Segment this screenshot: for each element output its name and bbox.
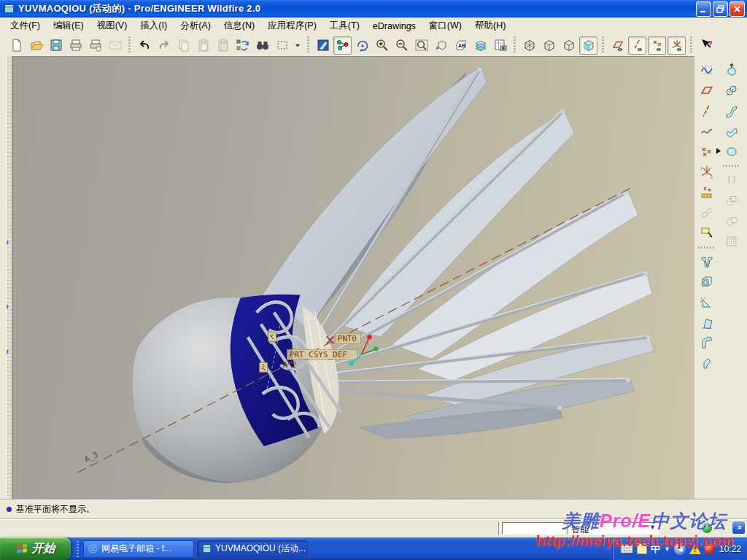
reorient-button[interactable] bbox=[432, 36, 450, 55]
task-mail-button[interactable]: 网易电子邮箱 - t... bbox=[83, 540, 194, 558]
datum-plane-display-button[interactable] bbox=[608, 36, 627, 55]
hole-button[interactable] bbox=[697, 252, 716, 271]
toolbar-separator bbox=[514, 36, 516, 54]
rib-button[interactable] bbox=[697, 293, 716, 312]
sash-chevron-icon[interactable]: › bbox=[6, 238, 9, 246]
datum-point-display-icon bbox=[650, 38, 665, 52]
panel-expand-arrow-icon[interactable] bbox=[716, 148, 721, 154]
chamfer-icon bbox=[700, 357, 714, 371]
sash-chevron-icon[interactable]: › bbox=[6, 348, 9, 355]
menu-help[interactable]: 帮助(H) bbox=[468, 18, 512, 34]
note-button[interactable] bbox=[697, 224, 716, 243]
svg-text:x: x bbox=[711, 175, 713, 179]
window-title: YUVMAOQIOU (活动的) - Pro/ENGINEER Wildfire… bbox=[18, 2, 696, 15]
shell-button[interactable] bbox=[697, 273, 716, 292]
save-file-icon bbox=[49, 38, 63, 52]
sketch-tool-icon bbox=[700, 63, 714, 77]
svg-text:PNT0: PNT0 bbox=[338, 334, 357, 343]
shaded-icon bbox=[581, 38, 596, 52]
plot-button[interactable] bbox=[86, 36, 104, 55]
variable-section-sweep-button[interactable] bbox=[722, 101, 741, 120]
task-proe-button[interactable]: YUVMAOQIOU (活动... bbox=[197, 540, 308, 558]
start-button[interactable]: 开始 bbox=[0, 537, 71, 560]
smart-select-button[interactable] bbox=[333, 36, 352, 55]
csys-display-button[interactable] bbox=[667, 36, 686, 55]
datum-curve-button[interactable] bbox=[697, 122, 716, 141]
menu-insert[interactable]: 插入(I) bbox=[133, 18, 174, 34]
find-button[interactable] bbox=[253, 36, 271, 55]
refit-button[interactable] bbox=[412, 36, 430, 55]
print-button[interactable] bbox=[66, 36, 85, 55]
menu-analysis[interactable]: 分析(A) bbox=[174, 18, 217, 34]
new-file-button[interactable] bbox=[7, 36, 26, 55]
layers-button[interactable] bbox=[471, 36, 489, 55]
style-button[interactable] bbox=[722, 142, 741, 161]
main-toolbar: AB? bbox=[0, 34, 747, 56]
reorient-icon bbox=[434, 38, 449, 52]
wireframe-button[interactable] bbox=[520, 36, 538, 55]
navigator-sash[interactable]: › › › bbox=[6, 56, 12, 499]
menu-window[interactable]: 窗口(W) bbox=[422, 18, 468, 34]
feature-toolbar: yx bbox=[694, 56, 747, 499]
datum-point-button[interactable] bbox=[697, 142, 716, 161]
sketch-tool-button[interactable] bbox=[697, 61, 716, 79]
regenerate-button[interactable] bbox=[233, 36, 252, 55]
extrude-button[interactable] bbox=[722, 61, 741, 79]
view-manager-button[interactable] bbox=[491, 36, 509, 55]
email-button bbox=[106, 36, 124, 55]
spin-center-button[interactable] bbox=[353, 36, 371, 55]
boundary-blend-button[interactable] bbox=[722, 122, 741, 141]
menu-view[interactable]: 视图(V) bbox=[90, 18, 134, 34]
datum-point-display-button[interactable] bbox=[648, 36, 666, 55]
datum-csys-icon: yx bbox=[700, 165, 714, 179]
draft-button[interactable] bbox=[697, 314, 716, 332]
menu-info[interactable]: 信息(N) bbox=[217, 18, 261, 34]
shaded-button[interactable] bbox=[579, 36, 597, 55]
no-hidden-button[interactable] bbox=[560, 36, 578, 55]
refit-icon bbox=[414, 38, 429, 52]
datum-axis-button[interactable] bbox=[697, 101, 716, 120]
pattern-button bbox=[722, 232, 741, 251]
datum-csys-button[interactable]: yx bbox=[697, 163, 716, 182]
email-icon bbox=[108, 38, 123, 52]
round-icon bbox=[700, 336, 714, 351]
menu-tools[interactable]: 工具(T) bbox=[323, 18, 366, 34]
datum-axis-display-button[interactable] bbox=[628, 36, 646, 55]
datum-plane-button[interactable] bbox=[697, 81, 716, 100]
zoom-in-icon bbox=[375, 38, 390, 52]
restore-button[interactable] bbox=[713, 1, 728, 17]
round-button[interactable] bbox=[697, 334, 716, 353]
axis-label-a2[interactable]: A_2 bbox=[283, 360, 297, 370]
zoom-in-button[interactable] bbox=[373, 36, 391, 55]
undo-button[interactable] bbox=[135, 36, 153, 55]
layers-icon bbox=[473, 38, 488, 52]
boundary-blend-icon bbox=[724, 124, 739, 139]
hidden-line-button[interactable] bbox=[540, 36, 558, 55]
context-help-button[interactable]: ? bbox=[697, 36, 715, 55]
taskbar-grip bbox=[77, 541, 79, 557]
revolve-button[interactable] bbox=[722, 81, 741, 100]
toolbar-separator bbox=[128, 36, 131, 54]
zoom-out-button[interactable] bbox=[392, 36, 411, 55]
plot-icon bbox=[88, 38, 103, 52]
select-box-button[interactable] bbox=[273, 36, 291, 55]
proe-icon bbox=[201, 543, 212, 554]
toolbar-separator bbox=[690, 36, 692, 54]
minimize-button[interactable] bbox=[696, 1, 711, 17]
select-dropdown-button[interactable] bbox=[293, 36, 303, 55]
menu-edit[interactable]: 编辑(E) bbox=[47, 18, 90, 34]
menu-edrawings[interactable]: eDrawings bbox=[366, 19, 422, 34]
menu-file[interactable]: 文件(F) bbox=[4, 18, 47, 34]
merge-icon bbox=[724, 173, 739, 187]
graphics-viewport[interactable]: PNT0 PRT_CSYS_DEF A_2 A_3 bbox=[12, 56, 694, 499]
sash-chevron-icon[interactable]: › bbox=[6, 303, 9, 310]
save-file-button[interactable] bbox=[47, 36, 65, 55]
open-file-button[interactable] bbox=[27, 36, 45, 55]
offset-datum-point-button[interactable] bbox=[697, 183, 716, 202]
repaint-button[interactable] bbox=[314, 36, 332, 55]
regenerate-icon bbox=[236, 38, 250, 52]
saved-views-button[interactable]: AB bbox=[452, 36, 470, 55]
chamfer-button[interactable] bbox=[697, 354, 716, 373]
close-button[interactable] bbox=[729, 1, 745, 17]
menu-applications[interactable]: 应用程序(P) bbox=[261, 18, 323, 34]
